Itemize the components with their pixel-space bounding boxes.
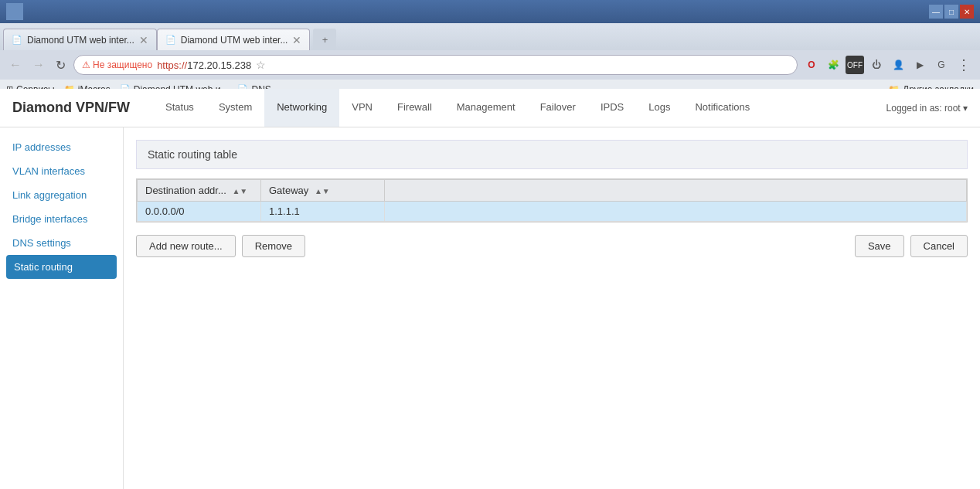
reload-button[interactable]: ↻ <box>53 56 69 74</box>
tab-2-icon: 📄 <box>165 35 176 45</box>
nav-failover[interactable]: Failover <box>528 89 588 127</box>
security-label: Не защищено <box>93 59 152 70</box>
save-button[interactable]: Save <box>855 235 904 257</box>
tab-1-icon: 📄 <box>12 35 22 45</box>
forward-button[interactable]: → <box>29 56 48 73</box>
sidebar-item-bridge-interfaces[interactable]: Bridge interfaces <box>0 207 123 231</box>
browser-tab-2[interactable]: 📄 Diamond UTM web inter... ✕ <box>157 29 311 50</box>
routing-table: Destination addr... ▲▼ Gateway ▲▼ 0.0.0.… <box>137 179 967 222</box>
cell-dest: 0.0.0.0/0 <box>138 202 261 222</box>
nav-system[interactable]: System <box>206 89 264 127</box>
tab-1-close[interactable]: ✕ <box>139 34 148 46</box>
nav-vpn[interactable]: VPN <box>339 89 385 127</box>
tab-2-title: Diamond UTM web inter... <box>181 35 288 46</box>
app-nav: Status System Networking VPN Firewall Ma… <box>153 89 762 127</box>
add-route-button[interactable]: Add new route... <box>136 235 236 257</box>
opera-icon[interactable]: O <box>802 56 821 74</box>
logo-part2: VPN/FW <box>72 100 130 115</box>
routing-table-container: Destination addr... ▲▼ Gateway ▲▼ 0.0.0.… <box>136 178 968 222</box>
video-icon[interactable]: ▶ <box>910 56 929 74</box>
col-header-gateway[interactable]: Gateway ▲▼ <box>261 180 385 202</box>
new-tab-button[interactable]: + <box>313 29 336 50</box>
sidebar: IP addresses VLAN interfaces Link aggreg… <box>0 127 124 489</box>
close-button[interactable]: ✕ <box>960 5 974 19</box>
col-header-empty <box>385 180 967 202</box>
nav-ipds[interactable]: IPDS <box>588 89 636 127</box>
extra-icon[interactable]: G <box>932 56 951 74</box>
section-title: Static routing table <box>136 140 968 169</box>
special-icon[interactable]: OFF <box>846 56 864 74</box>
url-rest: 172.20.15.238 <box>187 59 251 71</box>
menu-button[interactable]: ⋮ <box>954 56 974 73</box>
title-bar-user-icon[interactable] <box>6 3 23 20</box>
minimize-button[interactable]: — <box>929 5 943 19</box>
user-icon[interactable]: 👤 <box>889 56 907 74</box>
action-bar: Add new route... Remove Save Cancel <box>136 235 968 257</box>
sidebar-item-static-routing[interactable]: Static routing <box>6 255 117 279</box>
user-dropdown-icon[interactable]: ▾ <box>963 103 968 114</box>
main-content: Static routing table Destination addr...… <box>124 127 980 489</box>
address-bar[interactable]: ⚠ Не защищено https://172.20.15.238 ☆ <box>73 55 798 75</box>
cell-empty <box>385 202 967 222</box>
app-logo: Diamond VPN/FW <box>12 100 130 116</box>
browser-tab-1[interactable]: 📄 Diamond UTM web inter... ✕ <box>3 29 157 50</box>
col-gw-sort-icon: ▲▼ <box>315 187 330 195</box>
remove-button[interactable]: Remove <box>242 235 305 257</box>
tab-1-title: Diamond UTM web inter... <box>27 35 134 46</box>
nav-logs[interactable]: Logs <box>636 89 682 127</box>
col-header-dest[interactable]: Destination addr... ▲▼ <box>138 180 261 202</box>
extensions-icon[interactable]: 🧩 <box>824 56 842 74</box>
security-warning: ⚠ Не защищено <box>82 59 152 70</box>
maximize-button[interactable]: □ <box>944 5 958 19</box>
table-row[interactable]: 0.0.0.0/0 1.1.1.1 <box>138 202 967 222</box>
nav-notifications[interactable]: Notifications <box>682 89 762 127</box>
sidebar-item-dns-settings[interactable]: DNS settings <box>0 231 123 255</box>
nav-networking[interactable]: Networking <box>264 89 339 127</box>
warning-icon: ⚠ <box>82 59 90 70</box>
url-https: https:// <box>157 59 187 71</box>
sidebar-item-ip-addresses[interactable]: IP addresses <box>0 135 123 159</box>
col-dest-sort-icon: ▲▼ <box>232 187 247 195</box>
sidebar-item-vlan-interfaces[interactable]: VLAN interfaces <box>0 159 123 183</box>
col-gw-label: Gateway <box>269 185 308 196</box>
cell-gateway: 1.1.1.1 <box>261 202 385 222</box>
cancel-button[interactable]: Cancel <box>910 235 968 257</box>
nav-management[interactable]: Management <box>444 89 528 127</box>
nav-status[interactable]: Status <box>153 89 206 127</box>
back-button[interactable]: ← <box>6 56 25 73</box>
address-url: https://172.20.15.238 <box>157 59 251 71</box>
col-dest-label: Destination addr... <box>145 185 226 196</box>
nav-firewall[interactable]: Firewall <box>385 89 444 127</box>
logo-part1: Diamond <box>12 100 72 115</box>
power-icon[interactable]: ⏻ <box>867 56 886 74</box>
logged-in-label: Logged in as: root <box>886 103 961 114</box>
bookmark-star[interactable]: ☆ <box>256 59 266 71</box>
sidebar-item-link-aggregation[interactable]: Link aggregation <box>0 183 123 207</box>
tab-2-close[interactable]: ✕ <box>292 34 301 46</box>
